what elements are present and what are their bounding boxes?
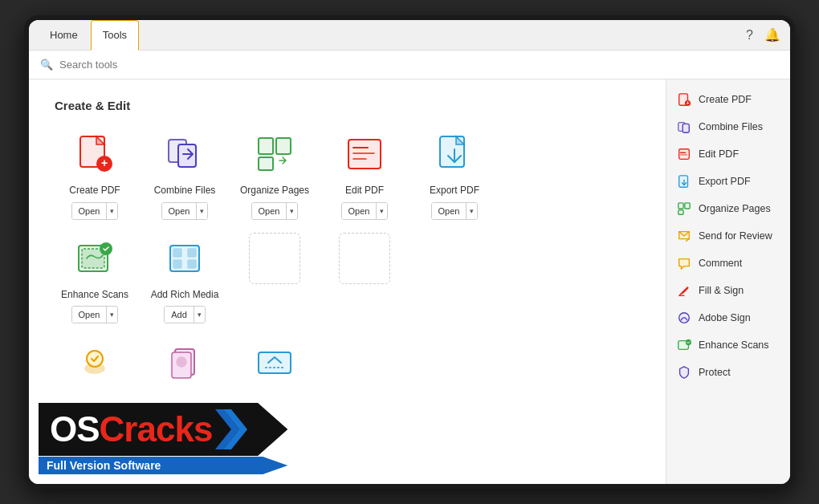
svg-rect-6 xyxy=(276,138,291,154)
svg-rect-27 xyxy=(259,352,291,373)
edit-pdf-open-btn[interactable]: Open xyxy=(342,203,377,219)
export-pdf-open-btn[interactable]: Open xyxy=(432,203,467,219)
sidebar-item-organize-pages[interactable]: Organize Pages xyxy=(666,195,790,222)
sidebar-adobe-sign-icon xyxy=(676,310,692,326)
tool-item-combine-files: Combine Files Open ▾ xyxy=(145,128,225,220)
sidebar-organize-pages-label: Organize Pages xyxy=(699,203,771,214)
edit-pdf-button-group[interactable]: Open ▾ xyxy=(341,202,389,220)
svg-rect-32 xyxy=(682,124,689,132)
svg-point-23 xyxy=(87,351,103,367)
sidebar-enhance-scans-icon xyxy=(676,337,692,353)
tools-grid: + Create PDF Open ▾ xyxy=(55,128,640,220)
svg-rect-18 xyxy=(173,249,181,257)
organize-pages-arrow-btn[interactable]: ▾ xyxy=(286,203,297,219)
tool-item-edit-pdf: Edit PDF Open ▾ xyxy=(324,128,405,220)
sidebar-comment-label: Comment xyxy=(699,258,742,269)
svg-rect-40 xyxy=(678,210,683,214)
sidebar-edit-pdf-label: Edit PDF xyxy=(699,148,739,160)
sidebar-organize-pages-icon xyxy=(676,201,692,217)
enhance-scans-label: Enhance Scans xyxy=(61,289,128,302)
nav-tab-home[interactable]: Home xyxy=(39,20,89,51)
add-rich-media-arrow-btn[interactable]: ▾ xyxy=(194,307,205,323)
combine-files-icon xyxy=(159,128,210,180)
create-pdf-label: Create PDF xyxy=(69,185,120,197)
enhance-scans-button-group[interactable]: Open ▾ xyxy=(71,306,119,323)
svg-text:+: + xyxy=(101,156,108,169)
svg-rect-39 xyxy=(685,203,690,209)
nav-right: ? 🔔 xyxy=(746,27,780,43)
create-pdf-icon: + xyxy=(69,128,120,180)
placeholder-icon-1 xyxy=(249,233,300,284)
combine-files-arrow-btn[interactable]: ▾ xyxy=(196,203,207,219)
svg-point-26 xyxy=(177,357,186,367)
export-pdf-arrow-btn[interactable]: ▾ xyxy=(466,203,477,219)
top-nav: Home Tools ? 🔔 xyxy=(29,20,790,51)
main-area: Create & Edit + xyxy=(29,79,790,484)
add-rich-media-button-group[interactable]: Add ▾ xyxy=(164,306,206,323)
svg-rect-8 xyxy=(348,140,381,169)
add-rich-media-add-btn[interactable]: Add xyxy=(165,307,194,323)
svg-rect-4 xyxy=(178,144,196,167)
enhance-scans-arrow-btn[interactable]: ▾ xyxy=(106,307,117,323)
tools-grid-row2: Enhance Scans Open ▾ xyxy=(55,233,640,324)
create-pdf-open-btn[interactable]: Open xyxy=(72,203,107,219)
edit-pdf-arrow-btn[interactable]: ▾ xyxy=(376,203,387,219)
tool-item-placeholder-2 xyxy=(324,233,405,324)
create-pdf-button-group[interactable]: Open ▾ xyxy=(71,202,119,220)
tool-item-bottom-3 xyxy=(234,336,315,388)
svg-point-44 xyxy=(686,339,691,345)
tool-item-bottom-2 xyxy=(145,336,225,388)
tool-item-export-pdf: Export PDF Open ▾ xyxy=(414,128,495,220)
sidebar-protect-label: Protect xyxy=(699,367,731,378)
enhance-scans-icon xyxy=(69,233,120,284)
svg-rect-36 xyxy=(679,176,688,187)
combine-files-open-btn[interactable]: Open xyxy=(162,203,197,219)
sidebar-item-fill-sign[interactable]: Fill & Sign xyxy=(666,277,790,304)
svg-rect-7 xyxy=(259,157,273,170)
svg-rect-19 xyxy=(188,249,196,257)
sidebar-item-combine-files[interactable]: Combine Files xyxy=(666,113,790,140)
sidebar-item-create-pdf[interactable]: + Create PDF xyxy=(666,86,790,113)
svg-rect-33 xyxy=(679,149,690,160)
organize-pages-button-group[interactable]: Open ▾ xyxy=(251,202,299,220)
sidebar-item-export-pdf[interactable]: Export PDF xyxy=(666,168,790,195)
sidebar-item-adobe-sign[interactable]: Adobe Sign xyxy=(666,304,790,331)
add-rich-media-label: Add Rich Media xyxy=(151,289,219,302)
sidebar-item-enhance-scans[interactable]: Enhance Scans xyxy=(666,331,790,359)
sidebar-item-comment[interactable]: Comment xyxy=(666,250,790,277)
tool-item-add-rich-media: Add Rich Media Add ▾ xyxy=(145,233,225,324)
sidebar-comment-icon xyxy=(676,255,692,271)
organize-pages-open-btn[interactable]: Open xyxy=(252,203,287,219)
sidebar-adobe-sign-label: Adobe Sign xyxy=(699,312,751,323)
create-pdf-arrow-btn[interactable]: ▾ xyxy=(106,203,117,219)
sidebar-item-send-review[interactable]: Send for Review xyxy=(666,222,790,250)
organize-pages-icon xyxy=(249,128,300,180)
combine-files-button-group[interactable]: Open ▾ xyxy=(161,202,209,220)
sidebar-export-pdf-icon xyxy=(676,173,692,189)
sidebar-send-review-icon xyxy=(676,228,692,244)
tools-grid-bottom xyxy=(55,336,640,388)
sidebar-item-protect[interactable]: Protect xyxy=(666,359,790,386)
sidebar-fill-sign-label: Fill & Sign xyxy=(699,285,744,296)
help-icon[interactable]: ? xyxy=(746,28,753,43)
bottom-tool-2-icon xyxy=(159,336,210,388)
bottom-tool-3-icon xyxy=(249,336,300,388)
svg-rect-20 xyxy=(173,260,181,268)
svg-rect-38 xyxy=(678,203,683,209)
sidebar-item-edit-pdf[interactable]: Edit PDF xyxy=(666,140,790,168)
tool-item-create-pdf: + Create PDF Open ▾ xyxy=(55,128,135,220)
search-icon: 🔍 xyxy=(40,59,53,71)
tool-item-organize-pages: Organize Pages Open ▾ xyxy=(234,128,315,220)
export-pdf-button-group[interactable]: Open ▾ xyxy=(431,202,479,220)
content-panel: Create & Edit + xyxy=(29,79,666,484)
search-bar: 🔍 xyxy=(29,51,790,79)
sidebar-send-review-label: Send for Review xyxy=(699,230,772,242)
nav-tab-tools[interactable]: Tools xyxy=(91,20,139,51)
tool-item-enhance-scans: Enhance Scans Open ▾ xyxy=(55,233,135,324)
edit-pdf-icon xyxy=(339,128,390,180)
placeholder-icon-2 xyxy=(339,233,390,284)
search-input[interactable] xyxy=(59,59,779,71)
tool-item-placeholder-1 xyxy=(234,233,315,324)
enhance-scans-open-btn[interactable]: Open xyxy=(72,307,107,323)
bell-icon[interactable]: 🔔 xyxy=(764,27,780,43)
